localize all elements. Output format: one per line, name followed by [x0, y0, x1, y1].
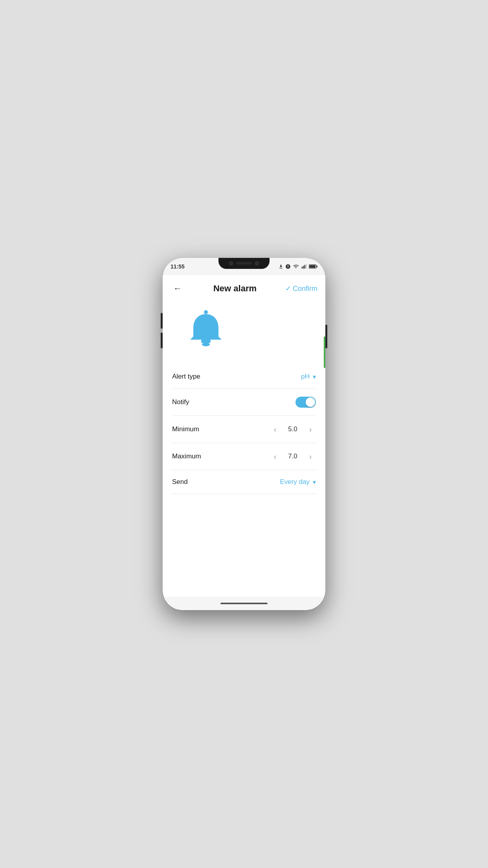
bottom-bar: [163, 597, 325, 610]
header: ← New alarm ✓ Confirm: [163, 277, 325, 300]
maximum-left-chevron-icon: ‹: [274, 452, 277, 461]
signal-icon: [301, 264, 307, 269]
status-time: 11:55: [171, 263, 185, 270]
send-label: Send: [172, 478, 188, 486]
page-title: New alarm: [213, 283, 257, 294]
alert-type-value[interactable]: pH ▾: [301, 373, 316, 381]
app-content: ← New alarm ✓ Confirm: [163, 275, 325, 597]
notch: [218, 258, 270, 269]
maximum-stepper: ‹ 7.0 ›: [270, 451, 316, 462]
back-button[interactable]: ←: [171, 281, 185, 296]
send-value[interactable]: Every day ▾: [280, 478, 316, 486]
svg-rect-1: [303, 266, 304, 268]
svg-rect-3: [306, 264, 306, 269]
face-icon: [285, 264, 291, 269]
minimum-stepper: ‹ 5.0 ›: [270, 424, 316, 435]
form-section: Alert type pH ▾ Notify: [163, 365, 325, 597]
send-chevron-icon: ▾: [313, 478, 316, 486]
notch-camera-2: [255, 261, 259, 265]
maximum-value: 7.0: [287, 452, 299, 460]
svg-rect-8: [201, 340, 211, 343]
notify-label: Notify: [172, 398, 189, 406]
svg-point-9: [202, 342, 210, 346]
notify-toggle[interactable]: [295, 397, 316, 408]
wifi-icon: [292, 264, 299, 269]
confirm-button[interactable]: ✓ Confirm: [285, 284, 317, 293]
svg-rect-5: [309, 265, 316, 268]
svg-point-7: [204, 310, 208, 314]
maximum-increment-button[interactable]: ›: [305, 451, 316, 462]
home-indicator[interactable]: [220, 603, 268, 604]
send-row: Send Every day ▾: [172, 470, 316, 494]
scroll-indicator: [324, 337, 325, 368]
download-icon: [278, 264, 284, 269]
bell-icon: [186, 308, 226, 353]
notify-row: Notify: [172, 389, 316, 416]
minimum-row: Minimum ‹ 5.0 ›: [172, 416, 316, 443]
toggle-knob: [306, 397, 315, 407]
notch-camera: [229, 261, 233, 265]
notch-speaker: [236, 262, 252, 265]
minimum-right-chevron-icon: ›: [309, 425, 312, 434]
minimum-label: Minimum: [172, 425, 199, 433]
alert-type-chevron-icon: ▾: [313, 373, 316, 381]
maximum-label: Maximum: [172, 452, 201, 460]
status-bar: 11:55: [163, 258, 325, 275]
minimum-increment-button[interactable]: ›: [305, 424, 316, 435]
alert-type-label: Alert type: [172, 373, 200, 381]
confirm-label: Confirm: [293, 285, 317, 293]
svg-rect-2: [305, 265, 305, 268]
minimum-decrement-button[interactable]: ‹: [270, 424, 281, 435]
phone-frame: 11:55: [163, 258, 325, 610]
battery-icon: [309, 264, 317, 269]
bell-container: [163, 300, 325, 365]
alert-type-row: Alert type pH ▾: [172, 365, 316, 389]
send-selected: Every day: [280, 478, 310, 486]
svg-rect-6: [317, 266, 317, 268]
confirm-check-icon: ✓: [285, 284, 291, 293]
minimum-value: 5.0: [287, 425, 299, 433]
alert-type-selected: pH: [301, 373, 310, 381]
minimum-left-chevron-icon: ‹: [274, 425, 277, 434]
maximum-right-chevron-icon: ›: [309, 452, 312, 461]
status-icons: [278, 264, 317, 269]
maximum-decrement-button[interactable]: ‹: [270, 451, 281, 462]
svg-rect-0: [302, 267, 303, 269]
maximum-row: Maximum ‹ 7.0 ›: [172, 443, 316, 470]
back-arrow-icon: ←: [173, 283, 182, 294]
phone-screen: 11:55: [163, 258, 325, 610]
